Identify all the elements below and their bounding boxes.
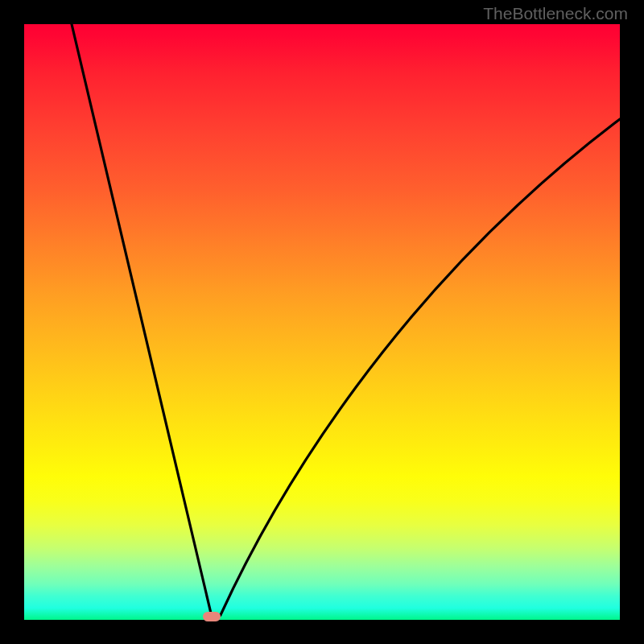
curve-layer xyxy=(24,24,620,620)
chart-container: TheBottleneck.com xyxy=(0,0,644,644)
min-marker xyxy=(203,612,221,621)
bottleneck-curve xyxy=(72,24,620,618)
plot-area xyxy=(24,24,620,620)
watermark-text: TheBottleneck.com xyxy=(483,4,628,23)
